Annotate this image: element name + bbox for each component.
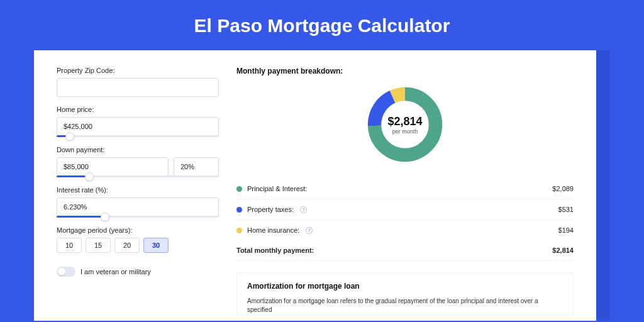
amortization-title: Amortization for mortgage loan — [247, 282, 563, 291]
donut-wrap: $2,814 per month — [236, 84, 574, 165]
home-price-field: Home price: — [57, 106, 219, 137]
down-payment-input[interactable] — [57, 157, 169, 176]
legend-list: Principal & Interest:$2,089Property taxe… — [236, 179, 574, 240]
legend-row: Property taxes:?$531 — [236, 199, 574, 220]
legend-amount: $531 — [558, 206, 574, 213]
down-payment-pct-input[interactable] — [174, 157, 219, 176]
down-payment-slider[interactable] — [57, 175, 219, 177]
home-price-label: Home price: — [57, 106, 219, 113]
home-price-slider[interactable] — [57, 135, 219, 137]
down-payment-field: Down payment: — [57, 146, 219, 177]
breakdown-column: Monthly payment breakdown: $2,814 per mo… — [236, 67, 574, 321]
veteran-label: I am veteran or military — [80, 268, 151, 275]
breakdown-title: Monthly payment breakdown: — [236, 67, 574, 75]
veteran-toggle[interactable] — [57, 267, 75, 277]
legend-dot — [236, 207, 242, 213]
down-payment-label: Down payment: — [57, 146, 219, 153]
legend-row: Principal & Interest:$2,089 — [236, 179, 574, 199]
slider-thumb[interactable] — [65, 132, 74, 141]
interest-label: Interest rate (%): — [57, 186, 219, 194]
page-title: El Paso Mortgage Calculator — [0, 0, 644, 50]
interest-input[interactable] — [57, 197, 219, 216]
legend-dot — [236, 186, 242, 192]
info-icon[interactable]: ? — [306, 227, 313, 234]
info-icon[interactable]: ? — [300, 206, 307, 213]
period-btn-10[interactable]: 10 — [57, 238, 82, 253]
legend-row: Home insurance:?$194 — [236, 220, 574, 240]
zip-label: Property Zip Code: — [57, 67, 219, 74]
period-btn-15[interactable]: 15 — [86, 238, 111, 253]
period-field: Mortgage period (years): 10152030 — [57, 226, 219, 253]
inputs-column: Property Zip Code: Home price: Down paym… — [57, 67, 219, 321]
period-btn-20[interactable]: 20 — [114, 238, 140, 253]
donut-center: $2,814 per month — [387, 115, 422, 135]
interest-field: Interest rate (%): — [57, 186, 219, 218]
total-label: Total monthly payment: — [236, 247, 314, 254]
total-amount: $2,814 — [552, 247, 574, 254]
period-label: Mortgage period (years): — [57, 226, 219, 234]
legend-total-row: Total monthly payment: $2,814 — [236, 240, 574, 261]
amortization-card: Amortization for mortgage loan Amortizat… — [236, 272, 574, 315]
period-btn-30[interactable]: 30 — [143, 238, 169, 253]
interest-slider[interactable] — [57, 216, 219, 218]
legend-label: Property taxes: — [247, 206, 294, 213]
legend-label: Principal & Interest: — [247, 185, 307, 192]
card-shadow: Property Zip Code: Home price: Down paym… — [34, 50, 610, 321]
donut-amount: $2,814 — [387, 115, 422, 128]
legend-amount: $194 — [558, 226, 574, 234]
home-price-input[interactable] — [57, 117, 219, 136]
slider-thumb[interactable] — [101, 213, 109, 221]
period-options: 10152030 — [57, 238, 219, 253]
legend-amount: $2,089 — [552, 185, 574, 192]
payment-donut-chart: $2,814 per month — [365, 84, 445, 165]
legend-label: Home insurance: — [247, 226, 299, 234]
toggle-knob — [58, 268, 65, 275]
veteran-row: I am veteran or military — [57, 267, 219, 277]
slider-thumb[interactable] — [85, 172, 94, 181]
zip-field: Property Zip Code: — [57, 67, 219, 97]
legend-dot — [236, 228, 242, 233]
zip-input[interactable] — [57, 78, 219, 97]
slider-fill — [57, 216, 105, 218]
amortization-text: Amortization for a mortgage loan refers … — [247, 297, 563, 314]
calculator-card: Property Zip Code: Home price: Down paym… — [34, 50, 596, 321]
donut-sub: per month — [387, 128, 422, 135]
